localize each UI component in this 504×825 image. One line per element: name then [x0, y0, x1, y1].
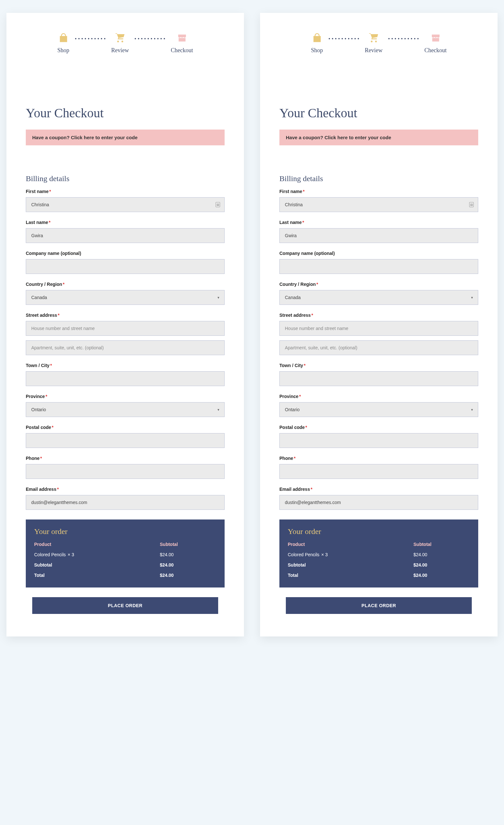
city-label: Town / City*	[26, 363, 225, 368]
country-select[interactable]: Canada	[26, 290, 225, 305]
progress-stepper: Shop Review Checkout	[26, 32, 225, 54]
order-header-product: Product	[288, 542, 414, 547]
postal-label: Postal code*	[279, 425, 478, 430]
last-name-label: Last name*	[279, 220, 478, 225]
postal-label: Postal code*	[26, 425, 225, 430]
billing-section-title: Billing details	[279, 174, 478, 183]
postal-input[interactable]	[26, 433, 225, 448]
order-title: Your order	[34, 527, 216, 536]
phone-input[interactable]	[26, 464, 225, 479]
company-label: Company name (optional)	[26, 251, 225, 256]
billing-section-title: Billing details	[26, 174, 225, 183]
order-item-price: $24.00	[414, 552, 427, 557]
checkout-card: Shop Review Checkout Your Checkout Have …	[260, 13, 498, 636]
street2-input[interactable]	[26, 340, 225, 355]
order-header-product: Product	[34, 542, 160, 547]
progress-stepper: Shop Review Checkout	[279, 32, 478, 54]
province-select[interactable]: Ontario	[279, 402, 478, 417]
province-select[interactable]: Ontario	[26, 402, 225, 417]
street-label: Street address*	[26, 313, 225, 318]
email-label: Email address*	[279, 486, 478, 492]
order-header-subtotal: Subtotal	[160, 542, 178, 547]
last-name-input[interactable]	[279, 228, 478, 243]
company-input[interactable]	[26, 259, 225, 274]
order-summary: Your order Product Subtotal Colored Penc…	[279, 520, 478, 588]
order-summary: Your order Product Subtotal Colored Penc…	[26, 520, 225, 588]
page-title: Your Checkout	[26, 105, 225, 121]
step-label: Review	[111, 47, 129, 54]
email-input[interactable]	[26, 495, 225, 510]
step-shop[interactable]: Shop	[57, 32, 69, 54]
street1-input[interactable]	[279, 321, 478, 336]
order-header-subtotal: Subtotal	[414, 542, 431, 547]
order-title: Your order	[288, 527, 470, 536]
street2-input[interactable]	[279, 340, 478, 355]
phone-label: Phone*	[26, 456, 225, 461]
step-dots	[75, 38, 105, 39]
step-dots	[329, 38, 359, 39]
order-item-price: $24.00	[160, 552, 174, 557]
first-name-input[interactable]	[279, 197, 478, 212]
store-icon	[176, 32, 188, 44]
cart-icon	[115, 32, 126, 44]
step-dots	[388, 38, 419, 39]
phone-input[interactable]	[279, 464, 478, 479]
city-input[interactable]	[279, 371, 478, 386]
place-order-button[interactable]: PLACE ORDER	[286, 597, 472, 614]
order-total-value: $24.00	[160, 573, 174, 578]
step-label: Checkout	[424, 47, 447, 54]
province-label: Province*	[26, 394, 225, 399]
checkout-card: Shop Review Checkout Your Checkout Have …	[6, 13, 244, 636]
step-checkout[interactable]: Checkout	[424, 32, 447, 54]
province-label: Province*	[279, 394, 478, 399]
street-label: Street address*	[279, 313, 478, 318]
order-total-label: Total	[34, 573, 160, 578]
autofill-icon: ▤	[216, 202, 220, 207]
order-subtotal-value: $24.00	[414, 562, 427, 568]
order-item-name: Colored Pencils× 3	[34, 552, 160, 557]
country-select[interactable]: Canada	[279, 290, 478, 305]
order-item-name: Colored Pencils× 3	[288, 552, 414, 557]
place-order-button[interactable]: PLACE ORDER	[32, 597, 218, 614]
email-input[interactable]	[279, 495, 478, 510]
email-label: Email address*	[26, 486, 225, 492]
cart-icon	[368, 32, 380, 44]
order-total-value: $24.00	[414, 573, 427, 578]
first-name-input[interactable]	[26, 197, 225, 212]
step-shop[interactable]: Shop	[311, 32, 323, 54]
step-label: Shop	[311, 47, 323, 54]
step-label: Review	[365, 47, 382, 54]
postal-input[interactable]	[279, 433, 478, 448]
street1-input[interactable]	[26, 321, 225, 336]
store-icon	[430, 32, 441, 44]
company-input[interactable]	[279, 259, 478, 274]
phone-label: Phone*	[279, 456, 478, 461]
order-subtotal-value: $24.00	[160, 562, 174, 568]
step-review[interactable]: Review	[111, 32, 129, 54]
last-name-input[interactable]	[26, 228, 225, 243]
step-checkout[interactable]: Checkout	[171, 32, 193, 54]
city-label: Town / City*	[279, 363, 478, 368]
first-name-label: First name*	[279, 189, 478, 194]
coupon-banner[interactable]: Have a coupon? Click here to enter your …	[26, 130, 225, 145]
country-label: Country / Region*	[26, 282, 225, 287]
order-subtotal-label: Subtotal	[288, 562, 414, 568]
page-title: Your Checkout	[279, 105, 478, 121]
coupon-banner[interactable]: Have a coupon? Click here to enter your …	[279, 130, 478, 145]
step-dots	[135, 38, 165, 39]
city-input[interactable]	[26, 371, 225, 386]
step-review[interactable]: Review	[365, 32, 382, 54]
autofill-icon: ▤	[469, 202, 474, 207]
shopping-bag-icon	[311, 32, 323, 44]
first-name-label: First name*	[26, 189, 225, 194]
shopping-bag-icon	[58, 32, 69, 44]
company-label: Company name (optional)	[279, 251, 478, 256]
order-total-label: Total	[288, 573, 414, 578]
order-subtotal-label: Subtotal	[34, 562, 160, 568]
last-name-label: Last name*	[26, 220, 225, 225]
country-label: Country / Region*	[279, 282, 478, 287]
step-label: Checkout	[171, 47, 193, 54]
step-label: Shop	[57, 47, 69, 54]
